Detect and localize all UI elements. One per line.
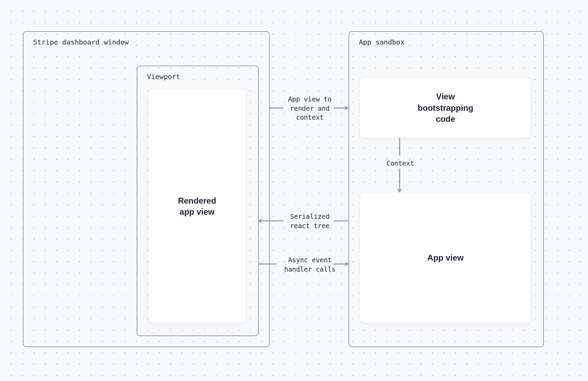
vb-line2: bootstrapping — [418, 103, 473, 113]
vb-line3: code — [436, 114, 455, 124]
e1-l2: render and — [290, 105, 330, 112]
rendered-line2: app view — [179, 207, 214, 216]
label-stripe-dashboard: Stripe dashboard window — [33, 38, 129, 46]
label-viewport: Viewport — [147, 72, 180, 81]
e1-l3: context — [296, 114, 324, 121]
app-view-text: App view — [427, 252, 463, 263]
edge-label-context: Context — [380, 159, 421, 168]
e4-l1: Async event — [288, 256, 332, 264]
edge-label-app-view-to-render: App view to render and context — [282, 95, 337, 122]
node-app-view: App view — [360, 193, 531, 323]
av-line1: App view — [427, 253, 463, 262]
edge-label-serialized-react: Serialized react tree — [282, 212, 337, 230]
e4-l2: handler calls — [284, 265, 336, 273]
rendered-line1: Rendered — [178, 196, 216, 205]
e1-l1: App view to — [288, 95, 332, 103]
e2-l1: Context — [386, 159, 414, 167]
rendered-app-view-text: Rendered app view — [178, 195, 216, 218]
e3-l2: react tree — [290, 222, 330, 229]
diagram-canvas: Stripe dashboard window Viewport Rendere… — [0, 0, 588, 381]
edge-label-async-event: Async event handler calls — [281, 255, 339, 274]
node-view-bootstrapping: View bootstrapping code — [360, 78, 531, 138]
e3-l1: Serialized — [290, 213, 330, 220]
label-app-sandbox: App sandbox — [359, 38, 404, 46]
node-rendered-app-view: Rendered app view — [148, 90, 246, 323]
view-bootstrapping-text: View bootstrapping code — [418, 91, 473, 125]
vb-line1: View — [436, 92, 455, 101]
